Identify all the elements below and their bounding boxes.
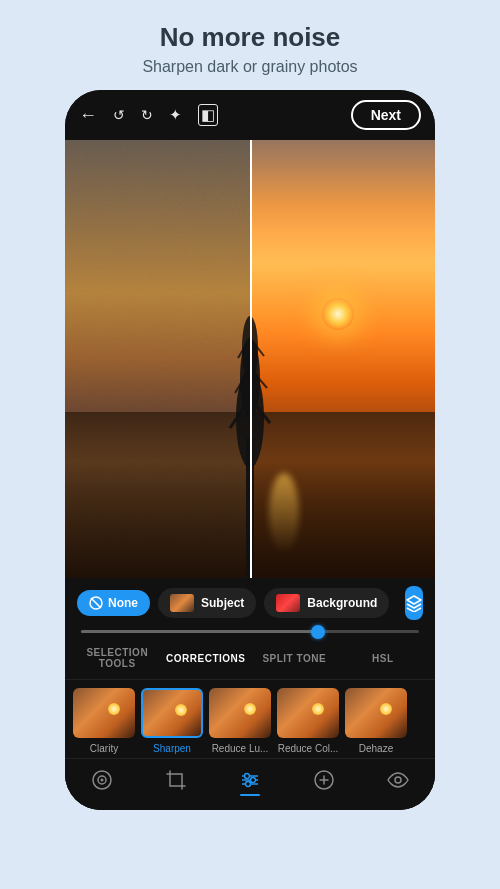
sharpen-label: Sharpen [153,743,191,754]
corrections-row: Clarity Sharpen Reduce Lu... Reduce Col.… [65,680,435,758]
undo-icon[interactable]: ↺ [113,107,125,123]
compare-divider[interactable] [250,140,252,578]
bottom-nav [65,758,435,810]
slider-row [65,628,435,639]
layers-button[interactable] [405,586,423,620]
crop-icon [165,769,187,791]
tab-corrections[interactable]: CORRECTIONS [162,649,251,668]
nav-adjustments[interactable] [213,769,287,796]
sharpen-thumbnail [141,688,203,738]
dehaze-thumbnail [345,688,407,738]
tab-selection-tools[interactable]: SELECTION TOOLS [73,643,162,673]
next-button[interactable]: Next [351,100,421,130]
slider-fill [81,630,318,633]
tab-split-tone[interactable]: SPLIT TONE [250,649,339,668]
layers-icon [405,594,423,612]
svg-point-14 [101,779,104,782]
svg-line-11 [91,598,101,608]
nav-healing[interactable] [287,769,361,796]
healing-icon [313,769,335,791]
background-thumbnail [276,594,300,612]
tab-hsl[interactable]: HSL [339,649,428,668]
bottom-panel: None Subject Background [65,578,435,810]
reduce-lu-thumbnail [209,688,271,738]
photo-canvas [65,140,435,578]
toolbar: ← ↺ ↻ ✦ ◧ Next [65,90,435,140]
background-mask-button[interactable]: Background [264,588,389,618]
slider-thumb[interactable] [311,625,325,639]
redo-icon[interactable]: ↻ [141,107,153,123]
none-mask-button[interactable]: None [77,590,150,616]
none-icon [89,596,103,610]
correction-sharpen[interactable]: Sharpen [141,688,203,754]
correction-dehaze[interactable]: Dehaze [345,688,407,754]
nav-active-indicator [240,794,260,796]
correction-reduce-luminance[interactable]: Reduce Lu... [209,688,271,754]
eye-icon [387,769,409,791]
correction-reduce-color[interactable]: Reduce Col... [277,688,339,754]
photo-area [65,140,435,578]
page-subtitle: Sharpen dark or grainy photos [142,58,357,76]
back-icon[interactable]: ← [79,105,97,126]
magic-wand-icon[interactable]: ✦ [169,106,182,124]
subject-mask-button[interactable]: Subject [158,588,256,618]
nav-camera[interactable] [65,769,139,796]
clarity-thumbnail [73,688,135,738]
page-title: No more noise [142,22,357,53]
compare-slider-track[interactable] [81,630,419,633]
nav-eye[interactable] [361,769,435,796]
header-section: No more noise Sharpen dark or grainy pho… [122,0,377,90]
nav-crop[interactable] [139,769,213,796]
svg-point-19 [251,778,256,783]
svg-point-20 [246,782,251,787]
mask-selector-row: None Subject Background [65,578,435,628]
svg-point-18 [245,774,250,779]
sliders-icon [239,769,261,791]
svg-point-22 [395,777,401,783]
reduce-lu-label: Reduce Lu... [212,743,269,754]
reduce-col-label: Reduce Col... [278,743,339,754]
reduce-col-thumbnail [277,688,339,738]
compare-icon[interactable]: ◧ [198,104,218,126]
dehaze-label: Dehaze [359,743,393,754]
sun-glow [322,298,354,330]
tab-row: SELECTION TOOLS CORRECTIONS SPLIT TONE H… [65,639,435,680]
clarity-label: Clarity [90,743,118,754]
correction-clarity[interactable]: Clarity [73,688,135,754]
camera-lens-icon [91,769,113,791]
subject-thumbnail [170,594,194,612]
phone-mockup: ← ↺ ↻ ✦ ◧ Next [65,90,435,810]
